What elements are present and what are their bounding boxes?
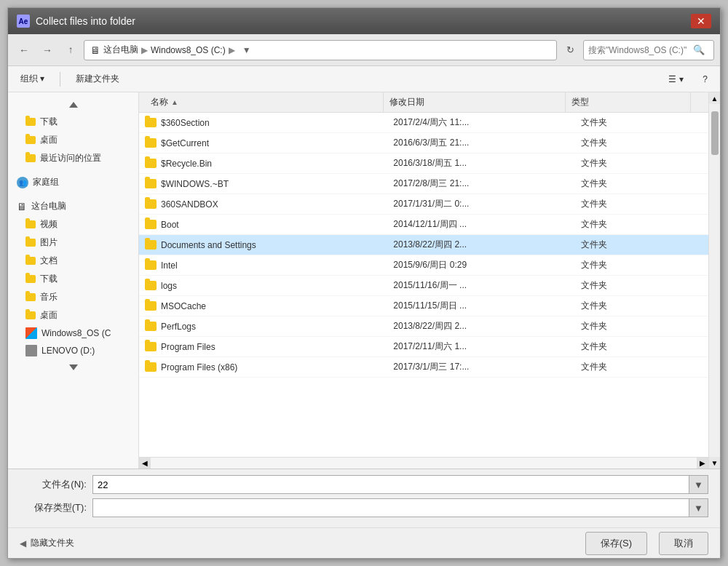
hidden-files-toggle[interactable]: ◀ 隐藏文件夹 [20,537,74,549]
filename-input[interactable] [92,475,689,494]
table-row[interactable]: Documents and Settings 2013/8/22/周四 2...… [139,235,708,255]
folder-icon [145,281,157,290]
file-date-cell: 2014/12/11/周四 ... [387,218,575,231]
sidebar-item-windows8[interactable]: Windows8_OS (C [8,324,138,342]
file-name-text: 360SANDBOX [161,199,218,210]
table-row[interactable]: Intel 2015/9/6/周日 0:29 文件夹 [139,255,708,276]
sidebar-label: 这台电脑 [31,200,66,212]
file-name-cell: $WINDOWS.~BT [145,179,387,189]
file-date-cell: 2017/2/11/周六 1... [387,340,575,353]
h-scroll-left[interactable]: ◀ [139,458,151,469]
organize-button[interactable]: 组织 ▾ [14,70,51,88]
thispc-icon: 🖥 [17,201,27,212]
table-row[interactable]: $WINDOWS.~BT 2017/2/8/周三 21:... 文件夹 [139,174,708,194]
help-button[interactable]: ? [696,71,714,87]
save-button[interactable]: 保存(S) [585,532,647,555]
sidebar-scroll-up[interactable] [8,98,138,113]
sidebar-label: 桌面 [40,309,58,322]
address-path[interactable]: 🖥 这台电脑 ▶ Windows8_OS (C:) ▶ ▼ [84,40,557,60]
sidebar-item-picture[interactable]: 图片 [8,234,138,252]
search-input[interactable] [588,45,690,55]
horizontal-scrollbar[interactable]: ◀ ▶ [139,457,708,469]
sidebar-item-desktop2[interactable]: 桌面 [8,306,138,324]
file-name-cell: PerfLogs [145,322,387,332]
sidebar-label: 家庭组 [33,176,59,188]
windows-icon [25,327,37,339]
toolbar: 组织 ▾ 新建文件夹 ☰ ▾ ? [8,66,720,92]
col-header-date[interactable]: 修改日期 [384,92,566,112]
col-header-name[interactable]: 名称 ▲ [145,92,384,112]
lenovo-icon [25,345,37,356]
file-type-cell: 文件夹 [575,361,703,373]
sidebar-item-homegroup[interactable]: 👥 家庭组 [8,173,138,191]
table-row[interactable]: Program Files 2017/2/11/周六 1... 文件夹 [139,337,708,357]
forward-button[interactable]: → [37,40,58,60]
table-row[interactable]: Program Files (x86) 2017/3/1/周三 17:... 文… [139,357,708,378]
file-name-text: logs [161,281,177,291]
table-row[interactable]: $360Section 2017/2/4/周六 11:... 文件夹 [139,113,708,133]
path-sep2: ▶ [229,45,235,55]
search-box: 🔍 [583,40,714,60]
file-name-text: MSOCache [161,301,206,311]
filename-dropdown[interactable]: ▼ [689,475,708,494]
sidebar-item-desktop[interactable]: 桌面 [8,131,138,149]
view-toggle-button[interactable]: ☰ ▾ [662,71,690,87]
file-date-cell: 2016/3/18/周五 1... [387,157,575,170]
sidebar-item-recent[interactable]: 最近访问的位置 [8,149,138,167]
refresh-button[interactable]: ↻ [560,40,580,60]
filetype-dropdown[interactable]: ▼ [689,498,708,517]
sidebar-item-download2[interactable]: 下载 [8,270,138,288]
v-scroll-up[interactable]: ▲ [709,92,720,104]
table-row[interactable]: 360SANDBOX 2017/1/31/周二 0:... 文件夹 [139,194,708,215]
filetype-input[interactable] [92,498,689,517]
title-bar: Ae Collect files into folder ✕ [8,8,720,34]
sidebar-scroll-down[interactable] [8,359,138,374]
sidebar-label: 下载 [40,273,58,285]
sidebar-item-lenovo[interactable]: LENOVO (D:) [8,342,138,359]
filetype-row: 保存类型(T): ▼ [20,498,708,517]
sidebar-item-music[interactable]: 音乐 [8,288,138,306]
sidebar-item-document[interactable]: 文档 [8,252,138,270]
folder-icon [25,257,36,265]
table-row[interactable]: $GetCurrent 2016/6/3/周五 21:... 文件夹 [139,133,708,154]
file-name-text: $Recycle.Bin [161,159,212,169]
col-header-type[interactable]: 类型 [566,92,691,112]
folder-icon [25,293,36,301]
table-row[interactable]: PerfLogs 2013/8/22/周四 2... 文件夹 [139,316,708,337]
table-row[interactable]: logs 2015/11/16/周一 ... 文件夹 [139,276,708,296]
sidebar-item-video[interactable]: 视频 [8,215,138,234]
file-type-cell: 文件夹 [575,239,703,251]
back-button[interactable]: ← [14,40,34,60]
sidebar-item-download[interactable]: 下载 [8,113,138,131]
sidebar-items: 下载 桌面 最近访问的位置 👥 家庭组 [8,113,138,359]
file-name-text: Program Files [161,342,215,352]
v-scroll-thumb[interactable] [711,111,719,155]
table-row[interactable]: MSOCache 2015/11/15/周日 ... 文件夹 [139,296,708,316]
new-folder-button[interactable]: 新建文件夹 [69,70,126,88]
ae-icon: Ae [17,15,30,28]
filetype-label: 保存类型(T): [20,501,92,514]
table-row[interactable]: Boot 2014/12/11/周四 ... 文件夹 [139,215,708,235]
file-name-cell: Program Files [145,342,387,352]
file-date-cell: 2013/8/22/周四 2... [387,320,575,332]
sidebar-label: 最近访问的位置 [40,152,101,164]
cancel-button[interactable]: 取消 [659,532,708,555]
folder-icon [145,118,157,127]
title-bar-left: Ae Collect files into folder [17,15,135,28]
address-bar: ← → ↑ 🖥 这台电脑 ▶ Windows8_OS (C:) ▶ ▼ ↻ 🔍 [8,34,720,66]
search-icon[interactable]: 🔍 [693,44,705,55]
path-dropdown[interactable]: ▼ [238,40,256,60]
h-scroll-right[interactable]: ▶ [697,458,708,469]
file-name-text: $GetCurrent [161,138,209,148]
up-button[interactable]: ↑ [60,40,81,60]
file-date-cell: 2017/2/4/周六 11:... [387,116,575,129]
v-scroll-down[interactable]: ▼ [709,457,720,469]
file-type-cell: 文件夹 [575,300,703,312]
folder-icon [145,240,157,250]
close-button[interactable]: ✕ [691,14,711,28]
table-row[interactable]: $Recycle.Bin 2016/3/18/周五 1... 文件夹 [139,154,708,174]
svg-marker-1 [69,364,78,370]
folder-icon [25,118,36,126]
sidebar-item-thispc[interactable]: 🖥 这台电脑 [8,197,138,215]
hidden-files-label: 隐藏文件夹 [31,537,74,549]
